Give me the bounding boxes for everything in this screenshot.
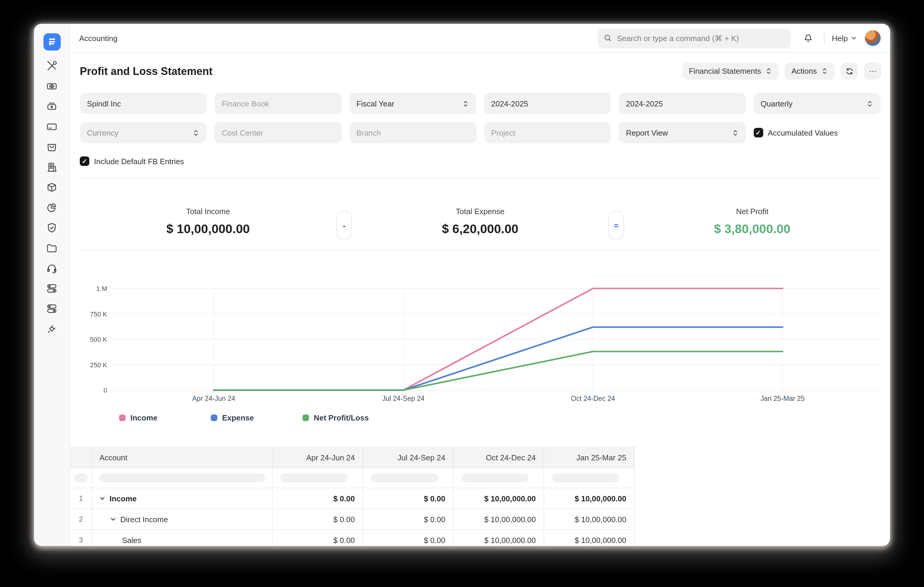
table-filter-input[interactable]: [461, 474, 529, 482]
filter-cell: [273, 468, 363, 488]
summary-label: Total Income: [80, 207, 337, 216]
collapse-chevron-icon[interactable]: [99, 495, 106, 501]
report-view-value: Report View: [626, 128, 668, 137]
chevron-down-icon: [851, 35, 857, 41]
svg-text:1 M: 1 M: [96, 285, 107, 292]
filter-cell: [454, 468, 544, 488]
user-avatar[interactable]: [865, 30, 881, 46]
search-icon: [604, 34, 612, 42]
svg-text:Jan 25-Mar 25: Jan 25-Mar 25: [761, 395, 805, 402]
from-fiscal-year-filter[interactable]: [484, 93, 611, 114]
equals-operator-badge: =: [609, 210, 624, 240]
branch-filter[interactable]: [349, 122, 476, 143]
building-icon: [46, 161, 58, 173]
sidebar-item-files[interactable]: [46, 242, 58, 254]
refresh-button[interactable]: [841, 62, 858, 80]
income-swatch-icon: [119, 414, 125, 421]
notifications-button[interactable]: [799, 29, 817, 47]
chart-canvas: 0250 K500 K750 K1 MApr 24-Jun 24Jul 24-S…: [80, 262, 881, 405]
pie-chart-icon: [46, 202, 58, 214]
table-filter-input[interactable]: [280, 474, 348, 482]
shield-check-icon: [46, 222, 58, 234]
actions-label: Actions: [792, 67, 817, 76]
currency-value: Currency: [87, 128, 119, 137]
sidebar-item-analytics[interactable]: [46, 202, 58, 214]
period-basis-select[interactable]: Fiscal Year: [349, 93, 476, 114]
account-cell[interactable]: Income: [92, 488, 273, 509]
value-cell: $ 0.00: [363, 530, 454, 546]
legend-item-income: Income: [119, 413, 211, 422]
summary-value: $ 3,80,000.00: [624, 222, 881, 236]
column-header-account[interactable]: Account: [92, 447, 273, 468]
account-name: Direct Income: [120, 515, 168, 524]
table-filter-input[interactable]: [74, 474, 87, 482]
expense-swatch-icon: [211, 414, 217, 421]
filter-cell: [544, 468, 635, 488]
folder-icon: [46, 242, 58, 254]
account-cell-inner: Income: [99, 494, 137, 503]
menu-ellipsis-button[interactable]: [864, 62, 881, 80]
chevrons-up-down-icon: [866, 100, 873, 107]
sidebar-item-stock[interactable]: [46, 181, 58, 193]
top-navbar: Accounting Search or type a command (⌘ +…: [70, 24, 890, 53]
value-cell: $ 0.00: [363, 509, 454, 530]
include-default-fb-label: Include Default FB Entries: [94, 157, 184, 166]
frappe-logo-icon: [47, 37, 57, 47]
column-header-q1[interactable]: Apr 24-Jun 24: [273, 447, 363, 468]
sidebar-item-building[interactable]: [46, 161, 58, 173]
finance-book-filter[interactable]: [214, 93, 342, 114]
legend-label: Expense: [222, 413, 254, 422]
cost-center-filter[interactable]: [214, 122, 342, 143]
sidebar-item-integrations[interactable]: [46, 323, 58, 335]
summary-value: $ 6,20,000.00: [352, 222, 609, 236]
column-header-q3[interactable]: Oct 24-Dec 24: [454, 447, 544, 468]
summary-total-expense: Total Expense $ 6,20,000.00: [352, 207, 609, 236]
topbar-divider: [824, 31, 825, 44]
table-filter-input[interactable]: [552, 474, 619, 482]
legend-label: Net Profit/Loss: [314, 413, 369, 422]
column-header-q4[interactable]: Jan 25-Mar 25: [544, 447, 635, 468]
collapse-chevron-icon[interactable]: [110, 516, 116, 522]
report-summary: Total Income $ 10,00,000.00 - Total Expe…: [80, 178, 881, 250]
package-icon: [46, 181, 58, 193]
sidebar-item-shopping-bag[interactable]: [46, 141, 58, 153]
help-menu[interactable]: Help: [832, 34, 857, 43]
account-cell[interactable]: Direct Income: [92, 509, 273, 530]
period-basis-value: Fiscal Year: [356, 99, 394, 108]
filter-cell: [92, 468, 273, 488]
accumulated-values-checkbox[interactable]: Accumulated Values: [753, 122, 881, 143]
column-header-q2[interactable]: Jul 24-Sep 24: [363, 447, 454, 468]
legend-label: Income: [130, 413, 157, 422]
currency-select[interactable]: Currency: [80, 122, 207, 143]
periodicity-select[interactable]: Quarterly: [753, 93, 881, 114]
accumulated-values-label: Accumulated Values: [768, 128, 838, 137]
global-search[interactable]: Search or type a command (⌘ + K): [598, 28, 791, 48]
sidebar-item-credit-card[interactable]: [46, 121, 58, 133]
filter-cell: [70, 468, 92, 488]
pl-line-chart: 0250 K500 K750 K1 MApr 24-Jun 24Jul 24-S…: [70, 262, 890, 422]
sidebar-item-settings[interactable]: [46, 283, 58, 294]
sidebar-item-support[interactable]: [46, 262, 58, 274]
project-filter[interactable]: [484, 122, 611, 143]
legend-item-net-profit-loss: Net Profit/Loss: [302, 413, 394, 422]
app-window: Accounting Search or type a command (⌘ +…: [34, 24, 890, 546]
report-group-dropdown[interactable]: Financial Statements: [682, 62, 779, 80]
account-cell[interactable]: Sales: [92, 530, 273, 546]
value-cell: $ 0.00: [273, 530, 363, 546]
to-fiscal-year-filter[interactable]: [619, 93, 746, 114]
company-filter[interactable]: [80, 93, 207, 114]
page-header-actions: Financial Statements Actions: [682, 62, 881, 80]
sidebar-item-tools[interactable]: [46, 60, 58, 72]
actions-dropdown[interactable]: Actions: [785, 62, 835, 80]
app-logo[interactable]: [43, 33, 60, 51]
report-view-select[interactable]: Report View: [619, 122, 746, 143]
sidebar-item-preferences[interactable]: [46, 303, 58, 315]
sidebar-item-banknote[interactable]: [46, 80, 58, 92]
table-filter-row: [70, 468, 637, 488]
include-default-fb-checkbox[interactable]: Include Default FB Entries: [80, 156, 881, 166]
table-filter-input[interactable]: [99, 474, 265, 482]
summary-label: Net Profit: [624, 207, 881, 216]
sidebar-item-cash-box[interactable]: [46, 100, 58, 112]
sidebar-item-quality[interactable]: [46, 222, 58, 234]
table-filter-input[interactable]: [371, 474, 438, 482]
